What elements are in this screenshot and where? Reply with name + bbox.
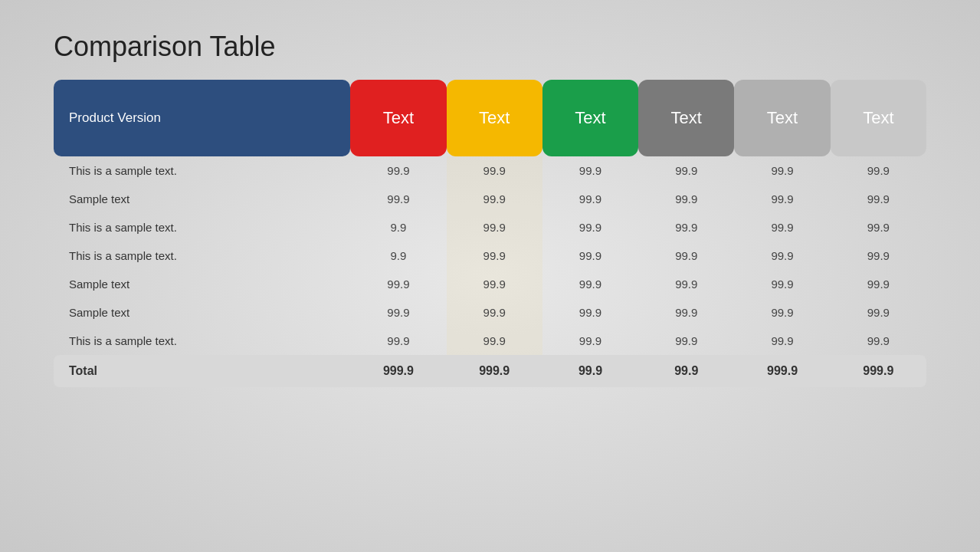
header-product-version: Product Version (54, 80, 350, 156)
row-value: 99.9 (831, 242, 926, 270)
header-col-6: Text (831, 80, 926, 156)
row-value: 99.9 (447, 213, 542, 242)
row-value: 99.9 (350, 270, 446, 298)
footer-value: 999.9 (447, 355, 542, 387)
row-value: 9.9 (350, 242, 446, 270)
row-value: 99.9 (734, 270, 830, 298)
header-col-3: Text (542, 80, 638, 156)
table-row: Sample text99.999.999.999.999.999.9 (54, 270, 926, 298)
footer-value: 999.9 (350, 355, 446, 387)
footer-value: 999.9 (734, 355, 830, 387)
row-value: 99.9 (638, 327, 734, 355)
row-value: 99.9 (734, 327, 830, 355)
table-row: This is a sample text.99.999.999.999.999… (54, 156, 926, 185)
row-value: 99.9 (831, 298, 926, 327)
row-value: 99.9 (638, 156, 734, 185)
row-value: 99.9 (831, 327, 926, 355)
row-value: 99.9 (542, 185, 638, 213)
row-value: 99.9 (542, 298, 638, 327)
header-col-1: Text (350, 80, 446, 156)
row-value: 99.9 (542, 242, 638, 270)
row-value: 99.9 (831, 270, 926, 298)
row-value: 99.9 (350, 298, 446, 327)
row-value: 99.9 (734, 213, 830, 242)
row-value: 99.9 (831, 185, 926, 213)
page-title: Comparison Table (54, 31, 926, 63)
header-col-2: Text (447, 80, 542, 156)
row-value: 99.9 (447, 327, 542, 355)
row-label: Sample text (54, 185, 350, 213)
row-value: 99.9 (638, 242, 734, 270)
row-label: This is a sample text. (54, 156, 350, 185)
table-row: Sample text99.999.999.999.999.999.9 (54, 298, 926, 327)
row-label: Sample text (54, 270, 350, 298)
row-value: 99.9 (447, 156, 542, 185)
table-row: This is a sample text.9.999.999.999.999.… (54, 242, 926, 270)
row-value: 9.9 (350, 213, 446, 242)
footer-label: Total (54, 355, 350, 387)
row-value: 99.9 (447, 185, 542, 213)
footer-value: 999.9 (831, 355, 926, 387)
row-value: 99.9 (638, 298, 734, 327)
row-value: 99.9 (350, 185, 446, 213)
table-row: This is a sample text.99.999.999.999.999… (54, 327, 926, 355)
header-col-4: Text (638, 80, 734, 156)
row-value: 99.9 (638, 185, 734, 213)
row-label: This is a sample text. (54, 242, 350, 270)
row-value: 99.9 (447, 298, 542, 327)
row-value: 99.9 (350, 156, 446, 185)
header-col-5: Text (734, 80, 830, 156)
comparison-table-wrapper: Product Version TextTextTextTextTextText… (54, 80, 926, 387)
row-value: 99.9 (447, 242, 542, 270)
row-value: 99.9 (734, 185, 830, 213)
table-row: Sample text99.999.999.999.999.999.9 (54, 185, 926, 213)
row-value: 99.9 (734, 156, 830, 185)
footer-value: 99.9 (542, 355, 638, 387)
row-value: 99.9 (447, 270, 542, 298)
row-value: 99.9 (831, 213, 926, 242)
table-header-row: Product Version TextTextTextTextTextText (54, 80, 926, 156)
row-label: This is a sample text. (54, 327, 350, 355)
row-value: 99.9 (542, 156, 638, 185)
footer-row: Total999.9999.999.999.9999.9999.9 (54, 355, 926, 387)
row-value: 99.9 (734, 298, 830, 327)
row-value: 99.9 (638, 270, 734, 298)
comparison-table: Product Version TextTextTextTextTextText… (54, 80, 926, 387)
row-value: 99.9 (734, 242, 830, 270)
row-value: 99.9 (542, 270, 638, 298)
row-value: 99.9 (638, 213, 734, 242)
table-row: This is a sample text.9.999.999.999.999.… (54, 213, 926, 242)
row-value: 99.9 (831, 156, 926, 185)
row-value: 99.9 (350, 327, 446, 355)
row-label: Sample text (54, 298, 350, 327)
row-label: This is a sample text. (54, 213, 350, 242)
footer-value: 99.9 (638, 355, 734, 387)
row-value: 99.9 (542, 213, 638, 242)
row-value: 99.9 (542, 327, 638, 355)
